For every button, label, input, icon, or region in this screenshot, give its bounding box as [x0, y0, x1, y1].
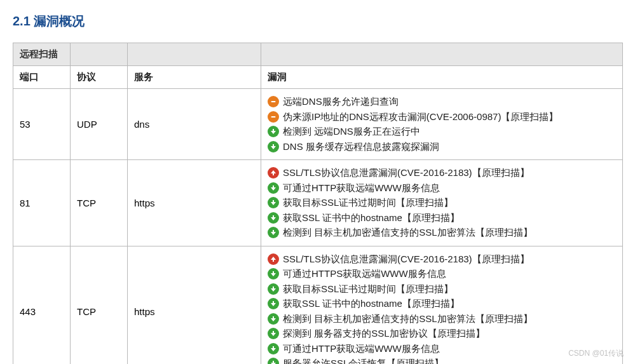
vuln-text: 服务器允许SSL会话恢复【原理扫描】 — [283, 356, 444, 364]
vuln-text: 探测到 服务器支持的SSL加密协议【原理扫描】 — [283, 327, 485, 341]
cell-service: https — [128, 246, 261, 364]
svg-rect-1 — [271, 116, 276, 118]
cell-protocol: UDP — [71, 89, 128, 160]
cell-port: 443 — [13, 246, 71, 364]
table-row: 443TCPhttpsSSL/TLS协议信息泄露漏洞(CVE-2016-2183… — [13, 246, 623, 364]
vuln-item: 获取目标SSL证书过期时间【原理扫描】 — [268, 282, 616, 297]
vuln-item: SSL/TLS协议信息泄露漏洞(CVE-2016-2183)【原理扫描】 — [268, 252, 616, 267]
arrow-down-icon — [268, 313, 279, 325]
arrow-down-icon — [268, 197, 279, 208]
arrow-down-icon — [268, 227, 279, 238]
table-row: 81TCPhttpsSSL/TLS协议信息泄露漏洞(CVE-2016-2183)… — [13, 160, 623, 246]
arrow-down-icon — [268, 212, 279, 224]
vuln-text: DNS 服务缓存远程信息披露窥探漏洞 — [283, 140, 439, 154]
vuln-text: 远端DNS服务允许递归查询 — [283, 95, 399, 109]
vuln-text: 获取SSL 证书中的hostname【原理扫描】 — [283, 297, 460, 311]
vuln-item: 检测到 目标主机加密通信支持的SSL加密算法【原理扫描】 — [268, 312, 616, 327]
col-vuln: 漏洞 — [261, 66, 623, 89]
vuln-text: 检测到 远端DNS服务正在运行中 — [283, 125, 420, 139]
vuln-text: 伪来源IP地址的DNS远程攻击漏洞(CVE-2006-0987)【原理扫描】 — [283, 110, 558, 125]
arrow-down-icon — [268, 343, 279, 354]
section-title: 2.1 漏洞概况 — [13, 13, 622, 30]
header-blank3 — [261, 43, 623, 66]
arrow-down-icon — [268, 283, 279, 295]
vuln-text: 获取目标SSL证书过期时间【原理扫描】 — [283, 196, 453, 210]
header-blank2 — [128, 43, 261, 66]
vuln-item: 可通过HTTP获取远端WWW服务信息 — [268, 342, 616, 356]
svg-rect-0 — [271, 101, 276, 102]
arrow-down-icon — [268, 141, 279, 152]
arrow-down-icon — [268, 268, 279, 280]
vuln-item: 检测到 目标主机加密通信支持的SSL加密算法【原理扫描】 — [268, 226, 616, 240]
table-row: 53UDPdns远端DNS服务允许递归查询伪来源IP地址的DNS远程攻击漏洞(C… — [13, 89, 623, 160]
vuln-item: 获取目标SSL证书过期时间【原理扫描】 — [268, 196, 616, 210]
cell-vulns: SSL/TLS协议信息泄露漏洞(CVE-2016-2183)【原理扫描】可通过H… — [261, 246, 623, 364]
watermark: CSDN @01传说 — [568, 348, 624, 359]
vuln-item: 伪来源IP地址的DNS远程攻击漏洞(CVE-2006-0987)【原理扫描】 — [268, 110, 616, 125]
cell-port: 53 — [13, 89, 71, 160]
arrow-up-icon — [268, 167, 279, 179]
vuln-text: 可通过HTTP获取远端WWW服务信息 — [283, 342, 440, 356]
vuln-item: 服务器允许SSL会话恢复【原理扫描】 — [268, 356, 616, 364]
cell-vulns: 远端DNS服务允许递归查询伪来源IP地址的DNS远程攻击漏洞(CVE-2006-… — [261, 89, 623, 160]
vuln-text: 可通过HTTPS获取远端WWW服务信息 — [283, 267, 446, 281]
cell-port: 81 — [13, 160, 71, 246]
col-port: 端口 — [13, 66, 71, 89]
cell-service: dns — [128, 89, 261, 160]
cell-protocol: TCP — [71, 246, 128, 364]
arrow-down-icon — [268, 298, 279, 309]
vuln-text: SSL/TLS协议信息泄露漏洞(CVE-2016-2183)【原理扫描】 — [283, 252, 529, 267]
vuln-text: 可通过HTTP获取远端WWW服务信息 — [283, 181, 440, 196]
col-service: 服务 — [128, 66, 261, 89]
vuln-table: 远程扫描 端口 协议 服务 漏洞 53UDPdns远端DNS服务允许递归查询伪来… — [13, 43, 623, 364]
vuln-item: 可通过HTTP获取远端WWW服务信息 — [268, 181, 616, 196]
minus-icon — [268, 111, 279, 123]
header-blank1 — [71, 43, 128, 66]
vuln-item: DNS 服务缓存远程信息披露窥探漏洞 — [268, 140, 616, 154]
vuln-item: 可通过HTTPS获取远端WWW服务信息 — [268, 267, 616, 281]
arrow-down-icon — [268, 182, 279, 194]
cell-vulns: SSL/TLS协议信息泄露漏洞(CVE-2016-2183)【原理扫描】可通过H… — [261, 160, 623, 246]
arrow-down-icon — [268, 358, 279, 364]
header-remote-scan: 远程扫描 — [13, 43, 71, 66]
arrow-up-icon — [268, 253, 279, 265]
vuln-text: 检测到 目标主机加密通信支持的SSL加密算法【原理扫描】 — [283, 312, 533, 327]
vuln-item: 获取SSL 证书中的hostname【原理扫描】 — [268, 211, 616, 226]
vuln-item: SSL/TLS协议信息泄露漏洞(CVE-2016-2183)【原理扫描】 — [268, 166, 616, 180]
cell-service: https — [128, 160, 261, 246]
col-protocol: 协议 — [71, 66, 128, 89]
vuln-text: SSL/TLS协议信息泄露漏洞(CVE-2016-2183)【原理扫描】 — [283, 166, 529, 180]
vuln-item: 探测到 服务器支持的SSL加密协议【原理扫描】 — [268, 327, 616, 341]
vuln-text: 获取SSL 证书中的hostname【原理扫描】 — [283, 211, 460, 226]
vuln-item: 获取SSL 证书中的hostname【原理扫描】 — [268, 297, 616, 311]
minus-icon — [268, 96, 279, 107]
vuln-item: 远端DNS服务允许递归查询 — [268, 95, 616, 109]
arrow-down-icon — [268, 126, 279, 137]
vuln-text: 检测到 目标主机加密通信支持的SSL加密算法【原理扫描】 — [283, 226, 533, 240]
vuln-text: 获取目标SSL证书过期时间【原理扫描】 — [283, 282, 453, 297]
vuln-item: 检测到 远端DNS服务正在运行中 — [268, 125, 616, 139]
cell-protocol: TCP — [71, 160, 128, 246]
arrow-down-icon — [268, 328, 279, 339]
